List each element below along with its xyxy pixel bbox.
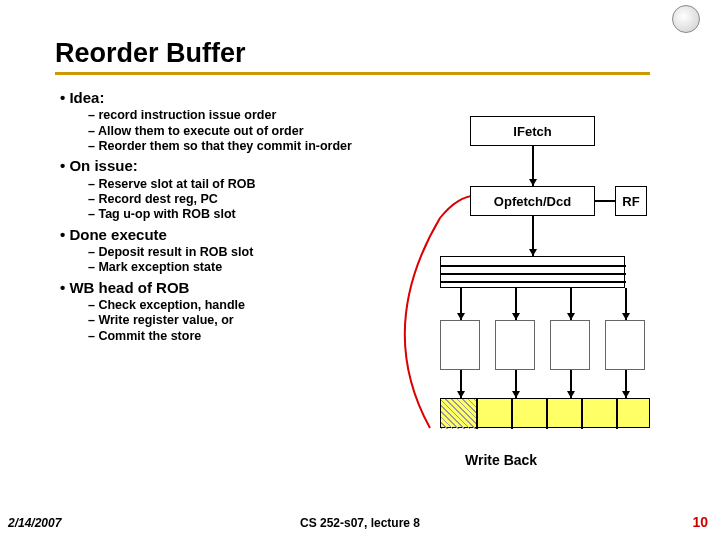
scheduler-box [440, 256, 625, 288]
arrow-icon [567, 313, 575, 320]
logo-seal [672, 5, 700, 33]
sched-row-line [441, 273, 626, 275]
footer-center: CS 252-s07, lecture 8 [300, 516, 420, 530]
footer-page-number: 10 [692, 514, 708, 530]
rob-slot-line [476, 399, 478, 429]
sub-bullet: – Record dest reg, PC [88, 192, 390, 206]
rob-slot-line [511, 399, 513, 429]
heading-doneexec: • Done execute [60, 226, 390, 243]
arrow-icon [512, 391, 520, 398]
func-unit [440, 320, 480, 370]
arrow-icon [622, 391, 630, 398]
heading-wbhead: • WB head of ROB [60, 279, 390, 296]
sub-bullet: – Mark exception state [88, 260, 390, 274]
rob-box [440, 398, 650, 428]
rob-slot-line [581, 399, 583, 429]
sub-bullet: – Reserve slot at tail of ROB [88, 177, 390, 191]
writeback-label: Write Back [465, 452, 537, 468]
arrow-icon [457, 391, 465, 398]
heading-idea: • Idea: [60, 89, 390, 106]
func-unit [495, 320, 535, 370]
sub-bullet: – Tag u-op with ROB slot [88, 207, 390, 221]
sub-bullet: – Reorder them so that they commit in-or… [88, 139, 390, 153]
arrow-icon [512, 313, 520, 320]
sched-row-line [441, 281, 626, 283]
ifetch-box: IFetch [470, 116, 595, 146]
func-unit [550, 320, 590, 370]
slide-title: Reorder Buffer [55, 38, 246, 69]
sub-bullet: – Check exception, handle [88, 298, 390, 312]
pipeline-diagram: IFetch Opfetch/Dcd RF Write Back [400, 108, 700, 488]
title-underline [55, 72, 650, 75]
sub-bullet: – Allow them to execute out of order [88, 124, 390, 138]
rob-slot-line [616, 399, 618, 429]
sub-bullet: – record instruction issue order [88, 108, 390, 122]
sched-row-line [441, 265, 626, 267]
heading-onissue: • On issue: [60, 157, 390, 174]
arrow-icon [529, 179, 537, 186]
arrow-icon [622, 313, 630, 320]
func-unit [605, 320, 645, 370]
sub-bullet: – Deposit result in ROB slot [88, 245, 390, 259]
rf-box: RF [615, 186, 647, 216]
arrow-icon [529, 249, 537, 256]
arrow-icon [457, 313, 465, 320]
footer-date: 2/14/2007 [8, 516, 61, 530]
arrow-icon [567, 391, 575, 398]
bullet-content: • Idea: – record instruction issue order… [60, 85, 390, 344]
connector [595, 200, 615, 202]
sub-bullet: – Commit the store [88, 329, 390, 343]
rob-slot-line [546, 399, 548, 429]
rob-hatch [441, 399, 476, 429]
opfetch-box: Opfetch/Dcd [470, 186, 595, 216]
sub-bullet: – Write register value, or [88, 313, 390, 327]
